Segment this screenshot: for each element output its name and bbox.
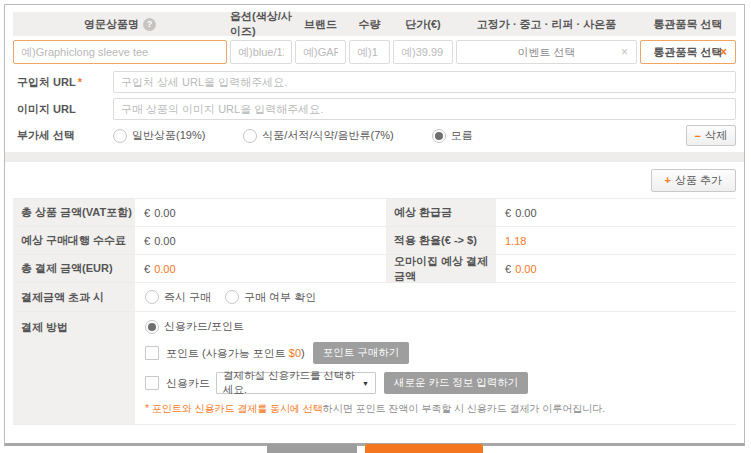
point-checkbox[interactable]	[145, 346, 159, 360]
add-item-row: + 상품 추가	[13, 162, 736, 198]
qty-input[interactable]	[349, 40, 390, 64]
buy-points-button[interactable]: 포인트 구매하기	[313, 342, 409, 364]
total-product-label: 총 상품 금액(VAT포함)	[13, 199, 135, 226]
option-input[interactable]	[230, 40, 292, 64]
purchase-url-label-text: 구입처 URL	[17, 76, 76, 88]
point-label-suffix: )	[301, 347, 305, 359]
header-option: 옵션(색상/사이즈)	[230, 9, 292, 39]
payment-method-row: 결제 방법 신용카드/포인트 포인트 (사용가능 포인트 $0) 포인트 구매하…	[13, 312, 736, 425]
radio-unknown-icon[interactable]	[432, 129, 446, 143]
exchange-rate-label: 적용 환율(€ -> $)	[386, 227, 496, 254]
currency-symbol: €	[144, 263, 150, 275]
fee-amount: 0.00	[154, 235, 175, 247]
site-payment-label: 오마이집 예상 결제 금액	[386, 255, 496, 282]
help-icon[interactable]: ?	[143, 18, 156, 31]
radio-buy-now-icon[interactable]	[145, 290, 159, 304]
card-select-value: 결제하실 신용카드를 선택하세요.	[223, 369, 362, 397]
event-select[interactable]: 이벤트 선택 ×	[456, 40, 637, 64]
point-label-prefix: 포인트 (사용가능 포인트	[166, 347, 289, 359]
fee-value: € 0.00	[135, 227, 383, 254]
buy-now-label: 즉시 구매	[164, 290, 211, 305]
header-qty: 수량	[349, 17, 390, 32]
submit-order-button[interactable]: 주문 신청 하기	[365, 444, 483, 453]
exchange-rate-amount: 1.18	[505, 235, 526, 247]
plus-icon: +	[665, 174, 671, 186]
product-name-input[interactable]	[13, 40, 227, 64]
unit-price-input[interactable]	[393, 40, 453, 64]
summary-row-3: 총 결제 금액(EUR) € 0.00 오마이집 예상 결제 금액 € 0.00	[13, 255, 736, 283]
event-select-value: 이벤트 선택	[517, 45, 575, 60]
purchase-url-input[interactable]	[113, 71, 736, 93]
card-checkbox[interactable]	[145, 376, 159, 390]
purchase-url-row: 구입처 URL*	[13, 71, 736, 93]
minus-icon: −	[695, 130, 701, 142]
vat-options: 일반상품(19%) 식품/서적/식약/음반류(7%) 모름	[113, 128, 686, 143]
currency-symbol: €	[505, 207, 511, 219]
site-payment-value: € 0.00	[496, 255, 736, 282]
delete-item-label: 삭제	[705, 128, 727, 143]
radio-general-icon[interactable]	[113, 129, 127, 143]
section-divider	[5, 152, 744, 162]
vat-label: 부가세 선택	[13, 128, 113, 143]
total-payment-value: € 0.00	[135, 255, 383, 282]
customs-select-value: 통관품목 선택	[653, 45, 722, 60]
total-payment-amount: 0.00	[154, 263, 175, 275]
customs-select[interactable]: 통관품목 선택 ×	[640, 40, 736, 64]
header-brand: 브랜드	[295, 17, 346, 32]
header-unit-price: 단가(€)	[393, 17, 453, 32]
add-item-label: 상품 추가	[675, 173, 722, 188]
fee-label: 예상 구매대행 수수료	[13, 227, 135, 254]
currency-symbol: €	[144, 235, 150, 247]
image-url-label: 이미지 URL	[13, 102, 113, 117]
site-payment-amount: 0.00	[515, 263, 536, 275]
new-card-button[interactable]: 새로운 카드 정보 입력하기	[384, 372, 528, 394]
delete-item-button[interactable]: − 삭제	[686, 125, 736, 146]
radio-food-icon[interactable]	[243, 129, 257, 143]
vat-option-unknown[interactable]: 모름	[432, 128, 473, 143]
over-limit-buy-now[interactable]: 즉시 구매	[145, 290, 211, 305]
vat-option-food-label: 식품/서적/식약/음반류(7%)	[262, 128, 393, 143]
payment-method-body: 신용카드/포인트 포인트 (사용가능 포인트 $0) 포인트 구매하기 신용카드…	[135, 312, 736, 424]
over-limit-confirm[interactable]: 구매 여부 확인	[225, 290, 316, 305]
refund-value: € 0.00	[496, 199, 736, 226]
card-option-row: 신용카드 결제하실 신용카드를 선택하세요. ▼ 새로운 카드 정보 입력하기	[145, 372, 736, 394]
currency-symbol: €	[144, 207, 150, 219]
back-button[interactable]: 뒤로 가기	[267, 444, 357, 453]
event-clear-icon[interactable]: ×	[621, 46, 628, 58]
product-name-header-label: 영문상품명	[84, 17, 139, 32]
card-select[interactable]: 결제하실 신용카드를 선택하세요. ▼	[216, 372, 376, 394]
exchange-rate-value: 1.18	[496, 227, 736, 254]
summary-row-2: 예상 구매대행 수수료 € 0.00 적용 환율(€ -> $) 1.18	[13, 227, 736, 255]
brand-input[interactable]	[295, 40, 346, 64]
header-condition: 고정가 · 중고 · 리퍼 · 사은품	[456, 17, 637, 32]
radio-confirm-icon[interactable]	[225, 290, 239, 304]
refund-label: 예상 환급금	[386, 199, 496, 226]
total-product-amount: 0.00	[154, 207, 175, 219]
order-form-panel: 영문상품명 ? 옵션(색상/사이즈) 브랜드 수량 단가(€) 고정가 · 중고…	[4, 4, 745, 446]
over-limit-options: 즉시 구매 구매 여부 확인	[135, 283, 736, 311]
total-payment-label: 총 결제 금액(EUR)	[13, 255, 135, 282]
currency-symbol: €	[505, 263, 511, 275]
vat-option-general-label: 일반상품(19%)	[132, 128, 205, 143]
total-product-value: € 0.00	[135, 199, 383, 226]
over-limit-row: 결제금액 초과 시 즉시 구매 구매 여부 확인	[13, 283, 736, 312]
note-highlight: * 포인트와 신용카드 결제를 동시에 선택	[145, 403, 323, 414]
image-url-row: 이미지 URL	[13, 98, 736, 120]
add-item-button[interactable]: + 상품 추가	[651, 169, 737, 192]
product-header-row: 영문상품명 ? 옵션(색상/사이즈) 브랜드 수량 단가(€) 고정가 · 중고…	[13, 12, 736, 36]
vat-option-food[interactable]: 식품/서적/식약/음반류(7%)	[243, 128, 393, 143]
chevron-down-icon: ▼	[362, 380, 369, 387]
image-url-input[interactable]	[113, 98, 736, 120]
required-mark: *	[78, 76, 82, 88]
point-balance: $0	[289, 347, 301, 359]
customs-clear-icon[interactable]: ×	[720, 46, 727, 58]
method-main-option[interactable]: 신용카드/포인트	[145, 319, 736, 334]
summary-row-1: 총 상품 금액(VAT포함) € 0.00 예상 환급금 € 0.00	[13, 199, 736, 227]
radio-card-point-icon[interactable]	[145, 320, 159, 334]
vat-option-general[interactable]: 일반상품(19%)	[113, 128, 205, 143]
payment-note: * 포인트와 신용카드 결제를 동시에 선택하시면 포인트 잔액이 부족할 시 …	[145, 402, 736, 416]
footer-actions: 뒤로 가기 주문 신청 하기	[13, 425, 736, 453]
product-input-row: 이벤트 선택 × 통관품목 선택 ×	[13, 40, 736, 64]
header-customs: 통관품목 선택	[640, 17, 736, 32]
card-point-label: 신용카드/포인트	[164, 319, 244, 334]
